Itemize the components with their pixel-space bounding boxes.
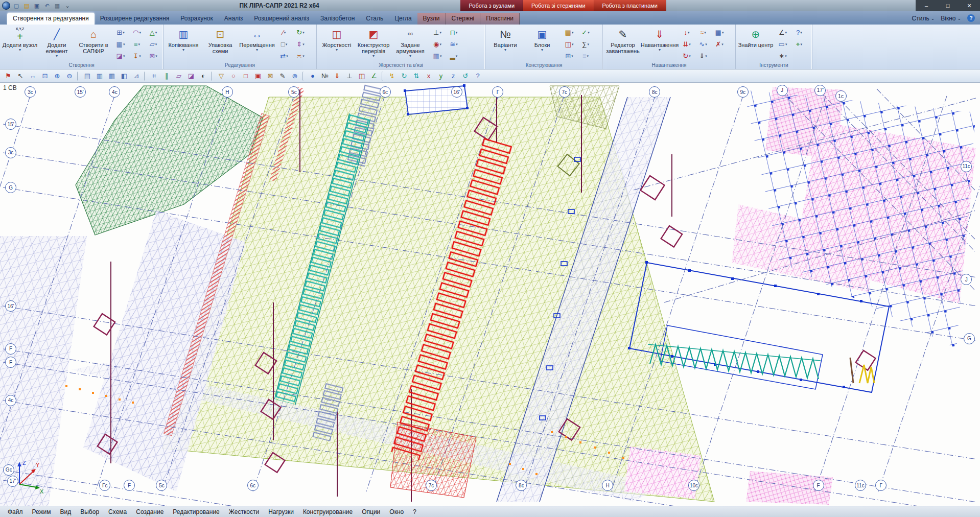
merge-nodes-icon[interactable]: ≍▾ (293, 50, 308, 62)
erase-icon[interactable]: □▾ (276, 38, 292, 50)
stiffness-button[interactable]: ◫Жорсткості▾ (318, 26, 355, 58)
blocks-button[interactable]: ▣Блоки▾ (524, 26, 561, 52)
find-center-button[interactable]: ⊕Знайти центр▾ (737, 26, 774, 48)
toolbar-button[interactable] (382, 72, 384, 81)
axis-bubble[interactable]: 3c (5, 147, 16, 158)
menu-item[interactable]: Вид (56, 508, 76, 515)
axis-bubble[interactable]: G (964, 333, 975, 344)
copy-button[interactable]: ▥Копіювання▾ (165, 26, 202, 54)
window-menu[interactable]: Вікно⌄ (941, 15, 961, 22)
style-menu[interactable]: Стиль⌄ (912, 15, 935, 22)
stiffness-table-icon[interactable]: ▦▾ (430, 50, 445, 62)
axis-y-icon[interactable]: y (435, 70, 447, 82)
menu-item[interactable]: Схема (104, 508, 131, 515)
axis-bubble[interactable]: 15' (5, 119, 16, 130)
customize-toolbar-icon[interactable]: ⌄ (63, 1, 72, 10)
axis-bubble[interactable]: G (5, 182, 16, 193)
tab-creation-editing[interactable]: Створення та редагування (7, 13, 95, 25)
magnifier-icon[interactable]: ⊚ (289, 70, 301, 82)
toolbar-button[interactable] (302, 72, 305, 81)
invert-selection-icon[interactable]: ◐ (197, 70, 209, 82)
tab-advanced-analysis[interactable]: Розширений аналіз (248, 13, 315, 25)
axis-bubble[interactable]: 17' (814, 85, 826, 96)
fragment-icon[interactable]: ▱ (173, 70, 185, 82)
view-top-icon[interactable]: ▦ (106, 70, 118, 82)
minimize-button[interactable]: – (916, 0, 937, 11)
info-icon[interactable]: ?▾ (791, 27, 807, 38)
tab-calculation[interactable]: Розрахунок (175, 13, 218, 25)
hinge-icon[interactable]: ◉▾ (430, 38, 445, 50)
show-supports-icon[interactable]: ⊥ (343, 70, 356, 82)
view-isometry-icon[interactable]: ◧ (118, 70, 130, 82)
show-numbers-icon[interactable]: № (319, 70, 331, 82)
reinforcement-button[interactable]: CCЗадане армування▾ (392, 26, 429, 58)
rotate-model-icon[interactable]: ↻ (398, 70, 410, 82)
axis-z-icon[interactable]: z (447, 70, 459, 82)
tab-plates[interactable]: Пластини (480, 13, 520, 25)
tab-analysis[interactable]: Аналіз (219, 13, 248, 25)
menu-item[interactable]: Редактирование (168, 508, 224, 515)
open-folder-icon[interactable]: ▤ (22, 1, 31, 10)
mirror-icon[interactable]: ⇄▾ (276, 50, 292, 62)
triangulation-icon[interactable]: △▾ (146, 27, 161, 38)
show-sections-icon[interactable]: ◫ (356, 70, 368, 82)
distributed-load-icon[interactable]: ⇊▾ (679, 38, 694, 50)
axis-bubble[interactable]: 7c (426, 480, 437, 491)
context-help-icon[interactable]: ? (472, 70, 484, 82)
axis-bubble[interactable]: F (813, 480, 824, 491)
axis-bubble[interactable]: J (777, 85, 788, 96)
axis-bubble[interactable]: 11c (961, 161, 972, 172)
groups-icon[interactable]: ⊞▾ (562, 50, 577, 62)
axis-bubble[interactable]: 15' (75, 86, 86, 98)
projection-icon[interactable]: ⊿ (130, 70, 143, 82)
axis-bubble[interactable]: 9c (737, 86, 749, 98)
add-node-button[interactable]: X,Y,Z+Додати вузол▾ (2, 26, 38, 58)
axis-bubble[interactable]: 6c (380, 86, 391, 98)
plate-generator-icon[interactable]: ▦▾ (113, 38, 128, 50)
ruler-icon[interactable]: ▭▾ (775, 38, 790, 50)
load-editor-button[interactable]: ✎Редактор завантажень▾ (604, 26, 641, 54)
toolbar-button[interactable] (77, 72, 80, 81)
axis-bubble[interactable]: Гc (99, 480, 110, 491)
axis-bubble[interactable]: 10c (688, 480, 699, 491)
support-icon[interactable]: ⊥▾ (430, 27, 445, 38)
axis-x-icon[interactable]: x (423, 70, 435, 82)
tab-reinforced-concrete[interactable]: Залізобетон (315, 13, 360, 25)
select-plates-icon[interactable]: ▣ (252, 70, 264, 82)
axis-bubble[interactable]: 11c (855, 480, 866, 491)
help-button[interactable]: ? (967, 14, 975, 22)
select-elements-icon[interactable]: □ (240, 70, 252, 82)
zoom-in-icon[interactable]: ⊕ (51, 70, 63, 82)
show-nodes-icon[interactable]: ● (307, 70, 319, 82)
toolbar-button[interactable] (144, 72, 147, 81)
poly-filter-icon[interactable]: ⊠ (264, 70, 276, 82)
tab-advanced-editing[interactable]: Розширене редагування (95, 13, 175, 25)
fragment-copy-icon[interactable]: ▱▾ (146, 38, 161, 50)
stairs-generator-icon[interactable]: ≡▾ (129, 38, 145, 50)
variants-button[interactable]: №Варіанти▾ (487, 26, 524, 52)
tab-bars[interactable]: Стержні (446, 13, 481, 25)
check-icon[interactable]: ✓▾ (578, 27, 593, 38)
zoom-window-icon[interactable]: ⊡ (39, 70, 51, 82)
moment-load-icon[interactable]: ↻▾ (679, 50, 694, 62)
tab-steel[interactable]: Сталь (360, 13, 389, 25)
axis-bubble[interactable]: 5c (288, 86, 299, 98)
axis-bubble[interactable]: 16' (451, 86, 462, 98)
menu-item[interactable]: Файл (3, 508, 28, 515)
menu-item[interactable]: Жесткости (224, 508, 264, 515)
refresh-view-icon[interactable]: ↺ (459, 70, 472, 82)
axis-bubble[interactable]: J (961, 274, 972, 285)
delete-load-icon[interactable]: ✗▾ (712, 38, 727, 50)
axis-bubble[interactable]: F (5, 343, 16, 355)
new-document-icon[interactable]: ▢ (12, 1, 21, 10)
temperature-load-icon[interactable]: ≈▾ (695, 27, 711, 38)
show-axes-icon[interactable]: ∥ (160, 70, 173, 82)
elastic-base-icon[interactable]: ▂▾ (446, 50, 461, 62)
move-button[interactable]: ↔Переміщення▾ (239, 26, 275, 54)
settings-icon[interactable]: ∗▾ (775, 50, 790, 62)
create-in-sapfir-button[interactable]: ⌂Створити в САПФІР▾ (75, 26, 112, 58)
menu-item[interactable]: Создание (131, 508, 168, 515)
axis-bubble[interactable]: Г (875, 480, 886, 491)
menu-item[interactable]: Выбор (76, 508, 104, 515)
rigid-link-icon[interactable]: ⊓▾ (446, 27, 461, 38)
